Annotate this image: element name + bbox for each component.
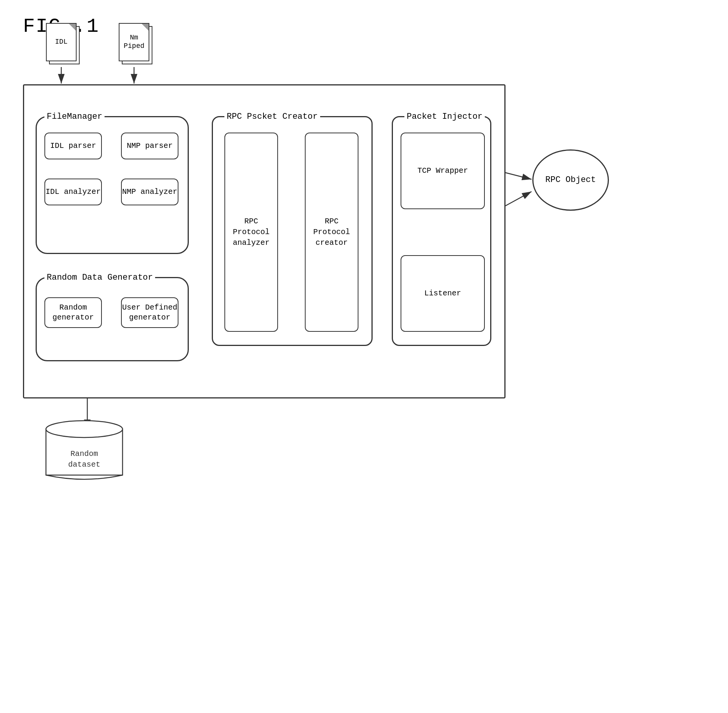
rdg-box: Random Data Generator Random generator U…	[36, 277, 189, 361]
tcp-wrapper-box: TCP Wrapper	[401, 133, 485, 209]
listener-box: Listener	[401, 255, 485, 332]
random-generator-label: Random generator	[45, 303, 101, 323]
rpc-protocol-creator-label: RPC Protocol creator	[306, 216, 358, 248]
nmp-analyzer-box: NMP analyzer	[121, 179, 178, 205]
listener-label: Listener	[424, 288, 461, 299]
idl-analyzer-box: IDL analyzer	[44, 179, 102, 205]
packet-injector-box: Packet Injector TCP Wrapper Listener	[392, 116, 491, 346]
rpc-protocol-creator-box: RPC Protocol creator	[305, 133, 358, 332]
rdg-label: Random Data Generator	[44, 273, 155, 282]
main-outer-box: FileManager IDL parser NMP parser IDL an…	[23, 84, 506, 398]
nm-piped-doc-label: NmPiped	[124, 34, 144, 50]
nm-piped-doc-icon: NmPiped	[119, 23, 153, 65]
user-defined-generator-box: User Defined generator	[121, 297, 178, 328]
svg-text:Random: Random	[70, 449, 98, 458]
user-defined-generator-label: User Defined generator	[122, 303, 178, 323]
svg-point-13	[46, 421, 123, 438]
idl-doc-icon: IDL	[46, 23, 80, 65]
file-manager-box: FileManager IDL parser NMP parser IDL an…	[36, 116, 189, 254]
svg-text:dataset: dataset	[68, 460, 100, 469]
nmp-analyzer-label: NMP analyzer	[122, 187, 177, 197]
random-dataset-cylinder: Random dataset	[42, 418, 126, 483]
rpc-protocol-analyzer-box: RPC Protocol analyzer	[224, 133, 278, 332]
nmp-parser-box: NMP parser	[121, 133, 178, 159]
idl-parser-label: IDL parser	[50, 141, 96, 151]
rpc-object-label: RPC Object	[545, 174, 596, 186]
file-manager-label: FileManager	[44, 112, 105, 121]
packet-injector-label: Packet Injector	[404, 112, 485, 121]
rpc-packet-creator-box: RPC Pscket Creator RPC Protocol analyzer…	[212, 116, 373, 346]
random-generator-box: Random generator	[44, 297, 102, 328]
rpc-protocol-analyzer-label: RPC Protocol analyzer	[225, 216, 277, 248]
idl-analyzer-label: IDL analyzer	[46, 187, 101, 197]
tcp-wrapper-label: TCP Wrapper	[417, 166, 468, 176]
rpc-object-ellipse: RPC Object	[532, 149, 609, 211]
rpc-packet-creator-label: RPC Pscket Creator	[224, 112, 320, 121]
idl-parser-box: IDL parser	[44, 133, 102, 159]
idl-doc-label: IDL	[55, 38, 67, 46]
nmp-parser-label: NMP parser	[127, 141, 173, 151]
